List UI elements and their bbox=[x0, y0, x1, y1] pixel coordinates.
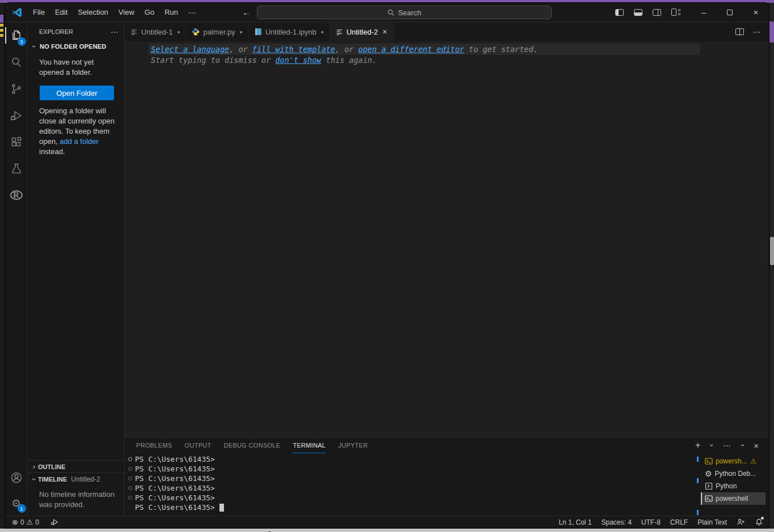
tab-untitled-1-ipynb[interactable]: Untitled-1.ipynb ● bbox=[249, 22, 330, 41]
maximize-panel-icon[interactable]: › bbox=[738, 441, 746, 449]
split-editor-icon[interactable] bbox=[735, 28, 744, 35]
menu-file[interactable]: File bbox=[28, 3, 50, 22]
activitybar-testing[interactable] bbox=[5, 155, 28, 182]
command-center-search[interactable]: Search bbox=[257, 6, 552, 19]
activitybar-extensions[interactable] bbox=[5, 129, 28, 155]
chevron-box-icon bbox=[705, 482, 713, 490]
panel-tab-problems[interactable]: PROBLEMS bbox=[136, 437, 172, 453]
close-button[interactable]: × bbox=[743, 3, 769, 22]
toggle-panel-icon[interactable] bbox=[634, 9, 642, 16]
activitybar-settings[interactable]: ⚙ 1 bbox=[5, 491, 28, 516]
terminal-output[interactable]: PS C:\Users\61435> PS C:\Users\61435> PS… bbox=[125, 453, 701, 516]
activitybar-run-debug[interactable] bbox=[5, 102, 28, 129]
tab-palmer-py[interactable]: palmer.py ● bbox=[186, 22, 248, 41]
menu-selection[interactable]: Selection bbox=[73, 3, 113, 22]
warning-count: 0 bbox=[35, 518, 39, 526]
notifications-bell[interactable] bbox=[755, 518, 763, 526]
toggle-sidebar-icon[interactable] bbox=[615, 9, 624, 16]
file-text-icon bbox=[130, 28, 138, 36]
sidebar-bottom-sections: › OUTLINE › TIMELINE Untitled-2 No timel… bbox=[28, 460, 124, 516]
section-timeline[interactable]: › TIMELINE Untitled-2 bbox=[28, 473, 124, 485]
modified-dot-icon[interactable]: ● bbox=[321, 29, 324, 35]
extensions-icon bbox=[10, 135, 23, 149]
modified-dot-icon[interactable]: ● bbox=[240, 29, 243, 35]
activitybar-account[interactable] bbox=[5, 464, 28, 491]
settings-badge: 1 bbox=[18, 504, 26, 513]
title-bar: File Edit Selection View Go Run ⋯ ← → Se… bbox=[5, 3, 769, 22]
close-panel-icon[interactable]: × bbox=[754, 441, 759, 450]
menu-more-icon[interactable]: ⋯ bbox=[183, 8, 201, 17]
new-terminal-icon[interactable]: + bbox=[695, 440, 700, 450]
feedback-icon[interactable] bbox=[737, 518, 745, 526]
activitybar-source-control[interactable] bbox=[5, 75, 28, 102]
modified-dot-icon[interactable]: ● bbox=[177, 29, 180, 35]
open-folder-button[interactable]: Open Folder bbox=[40, 86, 114, 100]
panel-tab-output[interactable]: OUTPUT bbox=[185, 437, 212, 453]
panel-more-icon[interactable]: ⋯ bbox=[723, 441, 731, 450]
open-folder-note: Opening a folder will close all currentl… bbox=[39, 106, 115, 157]
customize-layout-icon[interactable] bbox=[671, 8, 680, 16]
fill-template-link[interactable]: fill with template bbox=[252, 45, 335, 54]
terminal-item-python[interactable]: Python bbox=[701, 480, 765, 492]
eol-sequence[interactable]: CRLF bbox=[670, 518, 688, 526]
editor-actions: ⋯ bbox=[735, 22, 769, 41]
activity-bar: 3 bbox=[5, 22, 28, 516]
back-icon[interactable]: ← bbox=[242, 7, 251, 17]
menu-view[interactable]: View bbox=[113, 3, 139, 22]
outline-title: OUTLINE bbox=[38, 463, 65, 470]
language-mode[interactable]: Plain Text bbox=[697, 518, 727, 526]
empty-folder-message: You have not yet opened a folder. bbox=[39, 57, 115, 78]
encoding[interactable]: UTF-8 bbox=[641, 518, 661, 526]
terminal-line: PS C:\Users\61435> bbox=[125, 483, 701, 493]
chevron-down-icon: › bbox=[30, 42, 38, 50]
open-editor-link[interactable]: open a different editor bbox=[358, 45, 464, 54]
background-window-strip: Basic Data Types: bbox=[0, 529, 774, 532]
bottom-panel: PROBLEMS OUTPUT DEBUG CONSOLE TERMINAL J… bbox=[125, 437, 769, 516]
add-folder-link[interactable]: add a folder bbox=[60, 137, 99, 146]
section-no-folder-opened[interactable]: › NO FOLDER OPENED bbox=[28, 41, 124, 54]
background-heading: Basic Data Types: bbox=[244, 529, 774, 532]
problems-status[interactable]: ⊗ 0 ⚠ 0 bbox=[12, 518, 39, 526]
tab-untitled-1[interactable]: Untitled-1 ● bbox=[125, 22, 186, 41]
debug-status[interactable] bbox=[50, 518, 59, 526]
terminal-dropdown-icon[interactable]: › bbox=[708, 441, 716, 449]
close-tab-icon[interactable]: × bbox=[383, 27, 387, 36]
panel-tab-jupyter[interactable]: JUPYTER bbox=[338, 437, 367, 453]
background-stripe bbox=[0, 34, 3, 37]
activitybar-search[interactable] bbox=[5, 49, 28, 75]
panel-body: PS C:\Users\61435> PS C:\Users\61435> PS… bbox=[125, 453, 769, 516]
menu-go[interactable]: Go bbox=[139, 3, 159, 22]
timeline-context: Untitled-2 bbox=[71, 475, 100, 483]
panel-tab-debug-console[interactable]: DEBUG CONSOLE bbox=[224, 437, 281, 453]
cursor-position[interactable]: Ln 1, Col 1 bbox=[559, 518, 591, 526]
terminal-item-powershell-warning[interactable]: powersh... ⚠ bbox=[701, 455, 765, 467]
command-decoration-icon bbox=[125, 467, 135, 471]
terminal-icon bbox=[705, 457, 713, 465]
panel-tab-terminal[interactable]: TERMINAL bbox=[293, 437, 325, 453]
select-language-link[interactable]: Select a language bbox=[151, 45, 229, 54]
minimize-button[interactable]: – bbox=[691, 3, 717, 22]
note-tail: instead. bbox=[39, 147, 65, 156]
menu-edit[interactable]: Edit bbox=[50, 3, 73, 22]
search-placeholder: Search bbox=[398, 8, 421, 17]
placeholder-text: , or bbox=[335, 45, 358, 54]
activitybar-r-extension[interactable]: R bbox=[5, 182, 28, 208]
workbench-body: 3 bbox=[5, 22, 769, 516]
editor-more-icon[interactable]: ⋯ bbox=[753, 27, 761, 36]
menu-run[interactable]: Run bbox=[159, 3, 183, 22]
terminal-line: PS C:\Users\61435> bbox=[125, 464, 701, 474]
maximize-button[interactable] bbox=[717, 3, 743, 22]
editor-pane[interactable]: Select a language, or fill with template… bbox=[125, 41, 769, 437]
activitybar-explorer[interactable]: 3 bbox=[5, 22, 28, 49]
section-outline[interactable]: › OUTLINE bbox=[28, 460, 124, 473]
toggle-secondary-sidebar-icon[interactable] bbox=[653, 9, 661, 16]
error-count: 0 bbox=[20, 518, 24, 526]
terminal-item-powershell[interactable]: powershell bbox=[701, 492, 765, 505]
tab-label: palmer.py bbox=[203, 28, 235, 36]
terminal-decoration-mark bbox=[697, 478, 699, 483]
terminal-item-python-debug[interactable]: ⚙ Python Deb... bbox=[701, 467, 765, 480]
tab-untitled-2[interactable]: Untitled-2 × bbox=[330, 22, 394, 41]
sidebar-more-icon[interactable]: ⋯ bbox=[111, 27, 119, 36]
dont-show-link[interactable]: don't show bbox=[275, 56, 321, 65]
indentation[interactable]: Spaces: 4 bbox=[601, 518, 631, 526]
